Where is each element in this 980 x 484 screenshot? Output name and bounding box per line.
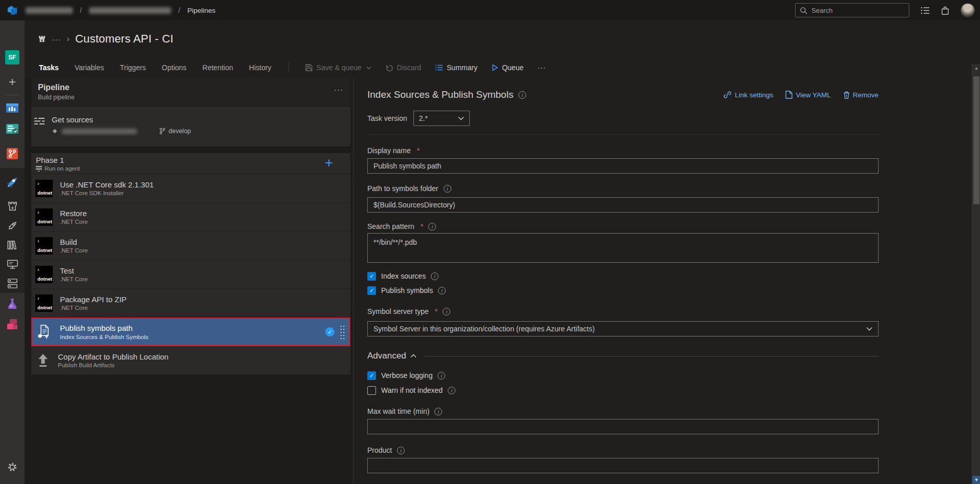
summary-button[interactable]: Summary <box>435 64 477 72</box>
branch-icon <box>159 128 165 135</box>
sidebar-item-boards[interactable] <box>0 122 25 136</box>
sidebar-item-test-plans[interactable] <box>0 297 25 310</box>
add-task-button[interactable]: + <box>325 155 333 171</box>
chevron-down-icon <box>458 116 464 120</box>
publish-symbols-label: Publish symbols <box>381 286 433 294</box>
search-pattern-textarea[interactable]: **/bin/**/*.pdb <box>367 233 879 263</box>
form-divider <box>367 134 879 135</box>
sidebar-item-repos[interactable] <box>0 147 25 160</box>
phase-header[interactable]: Phase 1 Run on agent + <box>31 153 350 174</box>
user-avatar[interactable] <box>961 3 975 17</box>
task-row-publish-symbols-selected[interactable]: Publish symbols path Index Sources & Pub… <box>31 318 350 346</box>
project-avatar[interactable]: SF <box>0 50 25 65</box>
search-input[interactable] <box>811 7 905 14</box>
tab-variables[interactable]: Variables <box>74 61 105 74</box>
task-row-build[interactable]: ›dotnet Build .NET Core <box>31 232 350 260</box>
info-icon[interactable] <box>448 387 455 394</box>
tab-options[interactable]: Options <box>161 61 187 74</box>
pipeline-panel-header[interactable]: Pipeline Build pipeline ··· <box>31 78 350 108</box>
index-sources-checkbox[interactable] <box>367 272 376 281</box>
remove-task-button[interactable]: Remove <box>843 91 879 99</box>
max-wait-time-label: Max wait time (min) <box>367 407 980 416</box>
info-icon[interactable] <box>431 272 439 280</box>
info-icon[interactable] <box>444 185 451 193</box>
project-settings-button[interactable] <box>0 461 25 473</box>
header-more-button[interactable]: ··· <box>52 35 61 44</box>
phase-agent-label: Run on agent <box>45 165 80 172</box>
work-items-list-icon[interactable] <box>921 6 930 14</box>
repository-icon <box>52 128 58 134</box>
tab-triggers[interactable]: Triggers <box>119 61 147 74</box>
info-icon[interactable] <box>397 447 405 454</box>
marketplace-bag-icon[interactable] <box>941 6 949 15</box>
artifacts-boxes-icon <box>6 318 19 331</box>
info-icon[interactable] <box>438 287 446 294</box>
info-icon[interactable] <box>434 408 442 415</box>
sidebar-item-deployment-groups[interactable] <box>0 278 25 289</box>
sidebar-item-library[interactable] <box>0 239 25 251</box>
advanced-toggle[interactable]: Advanced <box>367 351 416 361</box>
max-wait-time-input[interactable] <box>367 419 879 434</box>
display-name-input[interactable] <box>367 158 879 174</box>
tab-retention[interactable]: Retention <box>201 61 234 74</box>
verbose-logging-label: Verbose logging <box>381 371 432 380</box>
warn-if-not-indexed-row: Warn if not indexed <box>367 385 980 395</box>
task-row-copy-artifact[interactable]: Copy Artifact to Publish Location Publis… <box>31 346 350 375</box>
search-box[interactable] <box>795 3 909 17</box>
symbols-folder-input[interactable] <box>367 197 879 213</box>
info-icon[interactable] <box>428 223 436 230</box>
scroll-up-arrow[interactable]: ▲ <box>972 64 980 72</box>
get-sources-item[interactable]: Get sources develop <box>31 108 350 147</box>
azure-devops-logo-icon[interactable] <box>6 4 18 16</box>
queue-button[interactable]: Queue <box>491 64 524 72</box>
sidebar-divider <box>6 95 18 95</box>
get-sources-title: Get sources <box>52 115 191 124</box>
vertical-scrollbar[interactable]: ▲ ▼ <box>972 64 980 484</box>
redacted-project-name[interactable] <box>89 7 171 14</box>
panel-gap <box>31 147 350 153</box>
redacted-organization-name[interactable] <box>26 7 73 14</box>
task-row-package-api[interactable]: ›dotnet Package API to ZIP .NET Core <box>31 289 350 318</box>
info-icon[interactable] <box>518 91 526 99</box>
verbose-logging-checkbox[interactable] <box>367 371 376 380</box>
product-input[interactable] <box>367 458 879 473</box>
link-settings-button[interactable]: Link settings <box>723 91 773 99</box>
sidebar-item-builds[interactable] <box>0 200 25 212</box>
task-version-select[interactable]: 2.* <box>413 111 470 126</box>
chevron-up-icon <box>410 354 416 358</box>
sidebar-item-overview[interactable] <box>0 101 25 115</box>
chevron-down-icon <box>366 66 371 70</box>
tab-tasks[interactable]: Tasks <box>38 61 60 74</box>
breadcrumb-pipelines[interactable]: Pipelines <box>187 7 216 14</box>
save-and-queue-button[interactable]: Save & queue <box>305 64 371 72</box>
task-row-use-dotnet-sdk[interactable]: ›dotnet Use .NET Core sdk 2.1.301 .NET C… <box>31 174 350 203</box>
drag-handle[interactable] <box>340 325 345 339</box>
symbol-server-type-select[interactable]: Symbol Server in this organization/colle… <box>367 321 879 336</box>
task-row-restore[interactable]: ›dotnet Restore .NET Core <box>31 203 350 232</box>
warn-if-not-indexed-checkbox[interactable] <box>367 386 376 395</box>
publish-symbols-checkbox[interactable] <box>367 286 376 295</box>
redacted-repository-name <box>62 129 137 134</box>
scrollbar-thumb[interactable] <box>973 76 979 204</box>
warn-if-not-indexed-label: Warn if not indexed <box>381 386 443 394</box>
view-yaml-button[interactable]: View YAML <box>785 91 830 99</box>
info-icon[interactable] <box>443 308 450 315</box>
pipeline-subtitle: Build pipeline <box>38 94 346 101</box>
sidebar-item-artifacts[interactable] <box>0 318 25 331</box>
dotnet-task-icon: ›dotnet <box>35 266 53 283</box>
sidebar-item-pipelines[interactable] <box>0 175 25 190</box>
search-pattern-label: Search pattern* <box>367 222 980 231</box>
pipeline-more-button[interactable]: ··· <box>334 85 343 94</box>
discard-button[interactable]: Discard <box>385 64 421 72</box>
repos-icon <box>6 147 19 160</box>
play-icon <box>491 64 498 71</box>
sidebar-item-releases[interactable] <box>0 220 25 232</box>
new-project-button[interactable]: + <box>0 75 25 89</box>
scroll-down-arrow[interactable]: ▼ <box>972 476 980 484</box>
sidebar-item-task-groups[interactable] <box>0 259 25 270</box>
tab-history[interactable]: History <box>248 61 273 74</box>
toolbar-more-button[interactable]: ··· <box>537 64 546 72</box>
task-row-test[interactable]: ›dotnet Test .NET Core <box>31 260 350 289</box>
dotnet-task-icon: ›dotnet <box>35 237 53 255</box>
info-icon[interactable] <box>437 372 445 380</box>
